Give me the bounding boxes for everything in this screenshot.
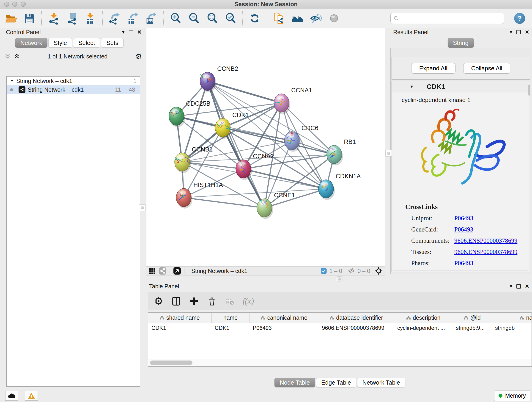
network-canvas[interactable]: CCNB2CCNA1CDC25BCDK1CDC6RB1CCNB1CCNA2CDK… — [146, 28, 385, 266]
network-node-CCNE1[interactable]: CCNE1 — [257, 192, 295, 219]
save-session-button[interactable] — [23, 12, 36, 25]
close-window-button[interactable] — [4, 2, 9, 7]
search-input[interactable] — [401, 15, 501, 22]
column-header[interactable]: database identifier — [319, 313, 394, 323]
tab-edge-table[interactable]: Edge Table — [316, 378, 356, 387]
bottom-splitter-handle[interactable] — [336, 276, 343, 281]
zoom-fit-button[interactable] — [206, 12, 219, 25]
panel-menu-icon[interactable]: ▾ — [122, 30, 125, 35]
crosslink-link[interactable]: 9606.ENSP00000378699 — [454, 249, 517, 255]
expand-all-button[interactable]: Expand All — [411, 63, 456, 74]
crosslink-link[interactable]: 9606.ENSP00000378699 — [454, 237, 517, 244]
show-all-button[interactable] — [328, 12, 341, 25]
crosslink-link[interactable]: P06493 — [454, 260, 473, 267]
clone-network-button[interactable] — [273, 12, 285, 25]
network-edge[interactable] — [184, 198, 264, 208]
node-details-header[interactable]: ▼ CDK1 — [392, 81, 530, 92]
memory-button[interactable]: Memory — [494, 390, 530, 401]
column-header[interactable]: description — [394, 313, 453, 323]
create-column-button[interactable] — [189, 296, 199, 306]
network-edge[interactable] — [208, 81, 264, 208]
panel-menu-icon[interactable]: ▾ — [510, 30, 512, 35]
float-panel-icon[interactable] — [129, 30, 133, 34]
export-table-button[interactable] — [127, 12, 139, 25]
network-edge[interactable] — [208, 81, 334, 154]
tab-select[interactable]: Select — [73, 38, 100, 48]
zoom-out-button[interactable] — [187, 12, 200, 25]
selected-checkbox-icon[interactable] — [321, 268, 327, 274]
column-header[interactable]: canonical name — [249, 313, 319, 323]
refresh-button[interactable] — [248, 12, 261, 25]
right-splitter-handle[interactable] — [385, 150, 392, 157]
function-builder-button-disabled[interactable]: f(x) — [242, 296, 254, 306]
collapse-all-icon[interactable] — [5, 53, 11, 59]
import-network-button[interactable] — [47, 12, 60, 25]
birdseye-toggle-button[interactable] — [173, 267, 181, 275]
scrollbar-thumb[interactable] — [150, 361, 192, 365]
zoom-in-button[interactable] — [169, 12, 182, 25]
expand-all-icon[interactable] — [14, 53, 20, 59]
close-panel-icon[interactable]: ✕ — [525, 30, 529, 35]
import-table-button[interactable] — [84, 12, 97, 25]
tab-network[interactable]: Network — [15, 38, 47, 48]
network-options-gear-icon[interactable]: ⚙ — [135, 53, 142, 60]
birdseye-button[interactable] — [291, 12, 304, 25]
export-network-button[interactable] — [108, 12, 121, 25]
column-header[interactable]: namespace — [492, 313, 532, 323]
tab-node-table[interactable]: Node Table — [274, 378, 315, 387]
network-collection-row[interactable]: ▼ String Network – cdk1 1 — [7, 77, 140, 85]
network-graph[interactable]: CCNB2CCNA1CDC25BCDK1CDC6RB1CCNB1CCNA2CDK… — [146, 28, 385, 266]
maximize-window-button[interactable] — [21, 2, 26, 7]
show-columns-button[interactable] — [171, 296, 181, 306]
hide-selected-button[interactable] — [309, 12, 322, 25]
hidden-eye-slash-icon[interactable] — [348, 268, 355, 274]
table-cell[interactable]: stringdb — [492, 323, 532, 333]
table-cell[interactable]: CDK1 — [148, 323, 211, 333]
table-cell[interactable]: 9606.ENSP00000378699 — [319, 323, 394, 333]
export-image-button[interactable] — [145, 12, 158, 25]
tab-style[interactable]: Style — [48, 38, 72, 48]
network-edge[interactable] — [264, 189, 326, 208]
network-edge[interactable] — [208, 81, 282, 103]
delete-column-button[interactable] — [207, 296, 217, 306]
network-node-RB1[interactable]: RB1 — [327, 138, 356, 166]
table-settings-button[interactable]: ⚙ — [154, 296, 163, 306]
panel-menu-icon[interactable]: ▾ — [510, 284, 512, 289]
close-panel-icon[interactable]: ✕ — [525, 284, 529, 289]
cloud-status-button[interactable] — [5, 391, 18, 401]
column-header[interactable]: name — [211, 313, 249, 323]
table-cell[interactable]: P06493 — [249, 323, 319, 333]
zoom-selected-button[interactable] — [224, 12, 237, 25]
collapse-all-button[interactable]: Collapse All — [463, 63, 510, 74]
network-node-CDKN1A[interactable]: CDKN1A — [318, 173, 361, 200]
fit-content-button[interactable] — [375, 267, 383, 275]
results-scrollbar-thumb[interactable] — [528, 85, 530, 96]
disclosure-triangle-icon[interactable]: ▼ — [410, 84, 414, 89]
grid-view-button[interactable] — [149, 268, 156, 274]
minimize-window-button[interactable] — [12, 2, 17, 7]
help-button[interactable]: ? — [514, 13, 525, 24]
tab-string[interactable]: String — [448, 38, 474, 48]
table-cell[interactable]: cyclin-dependent ... — [394, 323, 453, 333]
crosslink-link[interactable]: P06493 — [454, 215, 473, 222]
float-panel-icon[interactable] — [516, 284, 521, 288]
column-header[interactable]: @id — [453, 313, 492, 323]
tab-network-table[interactable]: Network Table — [357, 378, 405, 387]
delete-table-button-disabled[interactable] — [225, 297, 234, 306]
table-cell[interactable]: CDK1 — [211, 323, 249, 333]
float-panel-icon[interactable] — [516, 30, 521, 34]
network-node-CCNA1[interactable]: CCNA1 — [274, 87, 312, 114]
table-horizontal-scrollbar[interactable] — [148, 359, 532, 366]
network-badge-button[interactable] — [159, 267, 167, 275]
disclosure-triangle-icon[interactable]: ▼ — [10, 79, 14, 83]
table-row[interactable]: CDK1CDK1P064939606.ENSP00000378699cyclin… — [148, 323, 532, 333]
left-splitter-handle[interactable] — [139, 204, 146, 211]
column-header[interactable]: shared name — [148, 313, 211, 323]
tab-sets[interactable]: Sets — [101, 38, 123, 48]
open-session-button[interactable] — [5, 12, 17, 25]
node-table-grid[interactable]: shared namenamecanonical namedatabase id… — [148, 313, 532, 333]
warnings-button[interactable] — [25, 391, 38, 401]
crosslink-link[interactable]: P06493 — [454, 226, 473, 233]
import-database-button[interactable] — [65, 12, 78, 25]
close-panel-icon[interactable]: ✕ — [137, 30, 142, 35]
